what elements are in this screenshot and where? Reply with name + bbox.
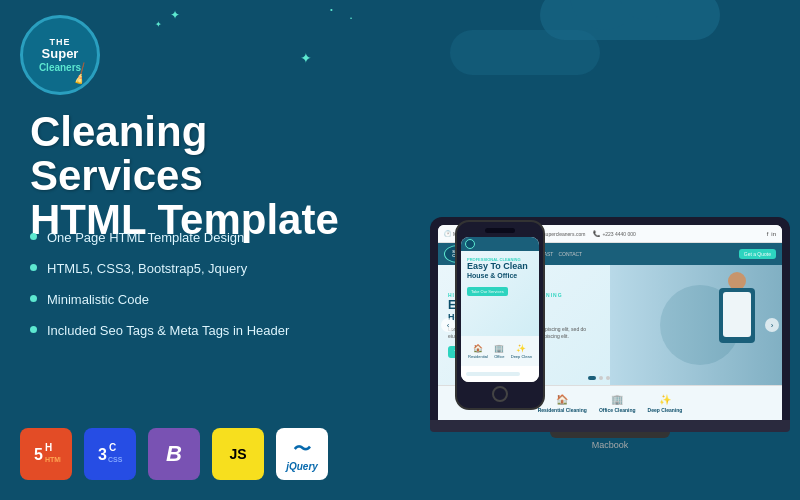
- phone-notch: [485, 228, 515, 233]
- info-phone: 📞 +223 4440 000: [593, 230, 636, 237]
- badge-bs-label: B: [166, 441, 182, 467]
- sparkle-3: •: [330, 5, 333, 14]
- phone-content-bar: [466, 372, 520, 376]
- nav-link-contact[interactable]: CONTACT: [558, 251, 582, 257]
- jquery-label: jQuery: [286, 461, 318, 472]
- house-icon: 🏠: [556, 394, 568, 405]
- tech-badges: 5 H HTML 3 C CSS B JS 〜 jQuery: [20, 428, 328, 480]
- sparkle-5: ✦: [300, 50, 312, 66]
- phone-hero: PROFESSIONAL CLEANING Easy To Clean Hous…: [461, 251, 539, 336]
- badge-jquery: 〜 jQuery: [276, 428, 328, 480]
- phone-outer: PROFESSIONAL CLEANING Easy To Clean Hous…: [455, 220, 545, 410]
- main-title-line1: Cleaning Services: [30, 110, 370, 198]
- phone-mockup: PROFESSIONAL CLEANING Easy To Clean Hous…: [455, 220, 545, 410]
- phone-logo: [465, 239, 475, 249]
- phone-service-1: 🏠 Residential: [468, 344, 488, 359]
- feature-item-2: Minimalistic Code: [30, 292, 289, 309]
- badge-html5-label: 5 H HTML: [31, 438, 61, 471]
- devices-area: 🕐 Mon-Fri 09:00am - 10:00pm ✉ info@super…: [380, 60, 800, 480]
- svg-text:C: C: [109, 442, 116, 453]
- laptop-stand: [550, 432, 670, 438]
- svg-text:5: 5: [34, 446, 43, 463]
- logo-super: Super: [42, 47, 79, 61]
- feature-text-2: Minimalistic Code: [47, 292, 149, 309]
- feature-list: One Page HTML Template Design HTML5, CSS…: [30, 230, 289, 354]
- laptop-base: [430, 420, 790, 432]
- service-office-label: Office Cleaning: [599, 407, 636, 413]
- facebook-icon: f: [767, 231, 769, 237]
- cleaner-silhouette: [712, 270, 762, 380]
- feature-text-0: One Page HTML Template Design: [47, 230, 244, 247]
- feature-text-1: HTML5, CSS3, Bootstrap5, Jquery: [47, 261, 247, 278]
- phone-house-icon: 🏠: [473, 344, 483, 353]
- phone-screen: PROFESSIONAL CLEANING Easy To Clean Hous…: [461, 237, 539, 382]
- badge-css3-label: 3 C CSS: [95, 438, 125, 471]
- service-residential-label: Residential Cleaning: [538, 407, 587, 413]
- phone-site-nav: [461, 237, 539, 251]
- sparkle-icon: ✨: [659, 394, 671, 405]
- phone-hero-title: Easy To Clean: [467, 262, 533, 272]
- phone-home-button[interactable]: [492, 386, 508, 402]
- sparkle-4: •: [350, 15, 352, 21]
- service-deep-label: Deep Cleaning: [648, 407, 683, 413]
- phone-service-2-label: Office: [494, 354, 504, 359]
- phone-services: 🏠 Residential 🏢 Office ✨ Deep Clean: [461, 336, 539, 366]
- logo-circle: THE Super Cleaners 🧹: [20, 15, 100, 95]
- feature-bullet-0: [30, 233, 37, 240]
- hero-prev-arrow[interactable]: ‹: [441, 318, 455, 332]
- phone-extra-content: [461, 366, 539, 382]
- svg-text:H: H: [45, 442, 52, 453]
- sparkle-2: ✦: [155, 20, 162, 29]
- cleaner-figure: [712, 270, 762, 380]
- hero-dot-2: [606, 376, 610, 380]
- hero-next-arrow[interactable]: ›: [765, 318, 779, 332]
- service-office: 🏢 Office Cleaning: [599, 394, 636, 413]
- service-residential: 🏠 Residential Cleaning: [538, 394, 587, 413]
- feature-item-3: Included Seo Tags & Meta Tags in Header: [30, 323, 289, 340]
- instagram-icon: in: [771, 231, 776, 237]
- svg-text:CSS: CSS: [108, 456, 123, 463]
- phone-hero-subtitle: House & Office: [467, 272, 533, 279]
- feature-bullet-1: [30, 264, 37, 271]
- badge-js-label: JS: [229, 446, 246, 462]
- hero-dot-active: [588, 376, 596, 380]
- heading-area: Cleaning Services HTML Template: [30, 110, 370, 242]
- phone-service-1-label: Residential: [468, 354, 488, 359]
- badge-bootstrap5: B: [148, 428, 200, 480]
- logo-area: THE Super Cleaners 🧹: [20, 15, 100, 95]
- phone-service-3-label: Deep Clean: [511, 354, 532, 359]
- svg-text:HTML: HTML: [45, 456, 61, 463]
- sparkle-1: ✦: [170, 8, 180, 22]
- svg-text:3: 3: [98, 446, 107, 463]
- jquery-wave-icon: 〜: [293, 437, 311, 461]
- phone-service-3: ✨ Deep Clean: [511, 344, 532, 359]
- badge-html5: 5 H HTML: [20, 428, 72, 480]
- info-phone-text: +223 4440 000: [602, 231, 636, 237]
- feature-item-0: One Page HTML Template Design: [30, 230, 289, 247]
- feature-item-1: HTML5, CSS3, Bootstrap5, Jquery: [30, 261, 289, 278]
- feature-bullet-3: [30, 326, 37, 333]
- office-icon: 🏢: [611, 394, 623, 405]
- feature-bullet-2: [30, 295, 37, 302]
- phone-service-2: 🏢 Office: [494, 344, 504, 359]
- feature-text-3: Included Seo Tags & Meta Tags in Header: [47, 323, 289, 340]
- badge-javascript: JS: [212, 428, 264, 480]
- social-icons: f in: [767, 231, 776, 237]
- service-deep: ✨ Deep Cleaning: [648, 394, 683, 413]
- phone-office-icon: 🏢: [494, 344, 504, 353]
- cleaner-apron: [723, 292, 751, 337]
- phone-hero-cta[interactable]: Take Our Services: [467, 287, 508, 296]
- phone-icon: 📞: [593, 230, 600, 237]
- clock-icon: 🕐: [444, 230, 451, 237]
- hero-dots: [588, 376, 610, 380]
- badge-css3: 3 C CSS: [84, 428, 136, 480]
- hero-dot-1: [599, 376, 603, 380]
- phone-deep-icon: ✨: [516, 344, 526, 353]
- site-nav-cta[interactable]: Get a Quote: [739, 249, 776, 259]
- laptop-brand-label: Macbook: [430, 440, 790, 450]
